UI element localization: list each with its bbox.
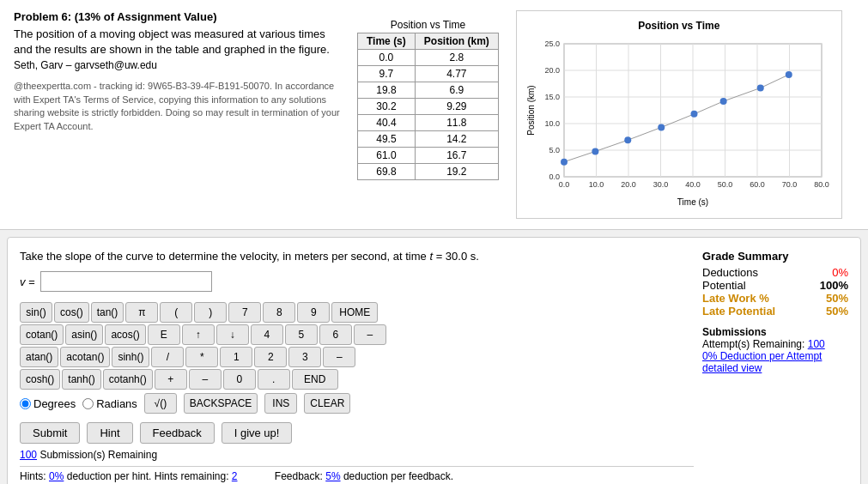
deductions-value: 0% xyxy=(832,266,848,279)
calc-ins[interactable]: INS xyxy=(264,393,297,414)
potential-label: Potential xyxy=(702,279,746,292)
calc-e[interactable]: E xyxy=(148,324,180,345)
calc-backspace[interactable]: BACKSPACE xyxy=(184,393,258,414)
calc-sqrt[interactable]: √() xyxy=(144,393,177,414)
problem-description: The position of a moving object was meas… xyxy=(14,27,340,57)
calc-tan[interactable]: tan() xyxy=(91,302,124,323)
calc-rparen[interactable]: ) xyxy=(194,302,227,323)
calc-cos[interactable]: cos() xyxy=(54,302,89,323)
late-potential-row: Late Potential 50% xyxy=(702,305,848,318)
hints-suffix: deduction per hint. Hints remaining: xyxy=(67,470,232,482)
submissions-label: Submission(s) Remaining xyxy=(39,449,157,461)
svg-point-36 xyxy=(658,124,665,130)
calc-atan[interactable]: atan() xyxy=(20,347,58,367)
calc-clear[interactable]: CLEAR xyxy=(304,393,350,414)
late-work-row: Late Work % 50% xyxy=(702,292,848,305)
table-row: 49.514.2 xyxy=(358,131,499,148)
potential-value: 100% xyxy=(820,279,848,292)
position-time-chart: 0.010.020.030.040.050.060.070.080.00.05.… xyxy=(525,35,835,207)
calc-minus2[interactable]: – xyxy=(323,347,355,367)
svg-text:30.0: 30.0 xyxy=(653,180,669,189)
calc-acos[interactable]: acos() xyxy=(105,324,145,345)
calc-8[interactable]: 8 xyxy=(263,302,295,323)
calc-row-1: sin() cos() tan() π ( ) 7 8 9 HOME xyxy=(20,302,694,323)
hint-button[interactable]: Hint xyxy=(87,422,132,444)
hints-deduction: 0% xyxy=(49,470,64,482)
calc-minus3[interactable]: – xyxy=(189,369,222,390)
calc-cosh[interactable]: cosh() xyxy=(20,369,60,390)
svg-text:25.0: 25.0 xyxy=(544,39,560,48)
submit-button[interactable]: Submit xyxy=(20,422,80,444)
calc-down[interactable]: ↓ xyxy=(216,324,249,345)
svg-point-40 xyxy=(786,71,792,78)
calc-9[interactable]: 9 xyxy=(297,302,330,323)
late-work-label: Late Work % xyxy=(702,292,769,305)
calc-1[interactable]: 1 xyxy=(220,347,252,367)
calc-5[interactable]: 5 xyxy=(285,324,318,345)
calc-acotan[interactable]: acotan() xyxy=(60,347,110,367)
answer-input[interactable] xyxy=(40,271,212,292)
svg-point-38 xyxy=(719,98,726,105)
calc-dot[interactable]: . xyxy=(258,369,290,390)
grade-detailed-view-link[interactable]: detailed view xyxy=(702,362,762,374)
table-row: 9.74.77 xyxy=(358,66,499,82)
degrees-label[interactable]: Degrees xyxy=(20,397,76,410)
bottom-wrapper: Take the slope of the curve to determine… xyxy=(20,250,848,482)
calc-7[interactable]: 7 xyxy=(228,302,261,323)
calc-lparen[interactable]: ( xyxy=(160,302,192,323)
svg-text:80.0: 80.0 xyxy=(814,180,829,189)
calc-cotanh[interactable]: cotanh() xyxy=(103,369,153,390)
svg-point-34 xyxy=(592,148,598,154)
calc-sinh[interactable]: sinh() xyxy=(112,347,149,367)
calc-asin[interactable]: asin() xyxy=(65,324,103,345)
calc-0[interactable]: 0 xyxy=(223,369,256,390)
table-col2-header: Position (km) xyxy=(415,33,498,50)
svg-text:0.0: 0.0 xyxy=(549,172,560,181)
deductions-label: Deductions xyxy=(702,266,758,279)
table-col1-header: Time (s) xyxy=(358,33,416,50)
action-row: Submit Hint Feedback I give up! xyxy=(20,422,694,444)
giveup-button[interactable]: I give up! xyxy=(222,422,293,444)
svg-text:Position (km): Position (km) xyxy=(526,85,536,135)
calc-6[interactable]: 6 xyxy=(319,324,352,345)
calc-2[interactable]: 2 xyxy=(254,347,287,367)
degrees-radio[interactable] xyxy=(20,398,31,409)
calc-3[interactable]: 3 xyxy=(288,347,321,367)
problem-author: Seth, Garv – garvseth@uw.edu xyxy=(14,59,340,71)
calc-plus[interactable]: + xyxy=(155,369,187,390)
radians-radio[interactable] xyxy=(82,398,94,409)
position-time-table: Time (s) Position (km) 0.02.89.74.7719.8… xyxy=(357,33,499,180)
grade-detailed-view[interactable]: detailed view xyxy=(702,362,848,374)
table-row: 69.819.2 xyxy=(358,164,499,180)
answer-row: v = xyxy=(20,271,694,292)
chart-area: Position vs Time 0.010.020.030.040.050.0… xyxy=(516,10,854,219)
svg-text:20.0: 20.0 xyxy=(621,180,636,189)
submissions-count: 100 xyxy=(20,449,37,461)
grade-attempts-value: 100 xyxy=(808,338,825,350)
calc-pi[interactable]: π xyxy=(125,302,158,323)
tracking-info: @theexpertta.com - tracking id: 9W65-B3-… xyxy=(14,80,340,133)
svg-text:60.0: 60.0 xyxy=(750,180,765,189)
calc-end[interactable]: END xyxy=(292,369,338,390)
calc-minus1[interactable]: – xyxy=(354,324,386,345)
calc-asterisk[interactable]: * xyxy=(185,347,218,367)
feedback-info-label: Feedback: xyxy=(275,470,325,482)
svg-point-37 xyxy=(690,111,697,118)
calc-4[interactable]: 4 xyxy=(251,324,283,345)
feedback-deduction: 5% xyxy=(325,470,340,482)
calc-slash[interactable]: / xyxy=(151,347,184,367)
calc-cotan[interactable]: cotan() xyxy=(20,324,64,345)
calc-sin[interactable]: sin() xyxy=(20,302,52,323)
calc-up[interactable]: ↑ xyxy=(182,324,215,345)
calc-home[interactable]: HOME xyxy=(331,302,378,323)
chart-container: Position vs Time 0.010.020.030.040.050.0… xyxy=(516,10,842,219)
feedback-button[interactable]: Feedback xyxy=(140,422,215,444)
calc-row-3: atan() acotan() sinh() / * 1 2 3 – xyxy=(20,347,694,367)
svg-text:40.0: 40.0 xyxy=(685,180,701,189)
potential-row: Potential 100% xyxy=(702,279,848,292)
radians-label[interactable]: Radians xyxy=(82,397,137,410)
hints-prefix: Hints: xyxy=(20,470,49,482)
calc-row-4: cosh() tanh() cotanh() + – 0 . END xyxy=(20,369,694,390)
problem-question: Take the slope of the curve to determine… xyxy=(20,250,694,263)
calc-tanh[interactable]: tanh() xyxy=(62,369,100,390)
